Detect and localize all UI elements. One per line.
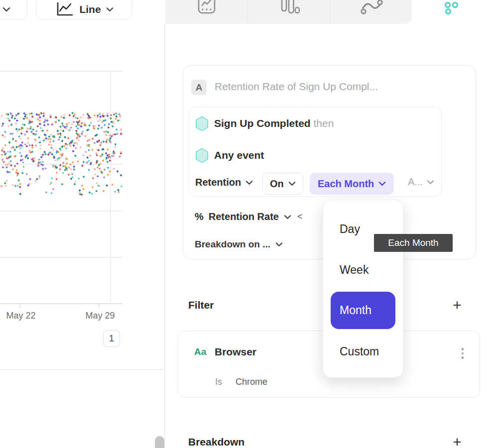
x-axis-tick-label: May 22 — [6, 311, 35, 321]
event-hexagon-icon — [195, 148, 209, 163]
chevron-down-icon — [275, 242, 283, 247]
measure-dropdown[interactable]: % Retention Rate < — [195, 211, 302, 223]
interval-dropdown[interactable]: Each Month — [310, 173, 394, 195]
step-born-event[interactable]: Sign Up Completed then — [214, 117, 334, 129]
chevron-down-icon — [427, 180, 434, 185]
chevron-down-icon — [106, 7, 114, 12]
overflow-label: A... — [408, 176, 423, 188]
x-axis-tick-label: May 29 — [85, 311, 115, 321]
add-filter-button[interactable]: + — [449, 297, 466, 314]
string-property-icon: Aa — [194, 346, 206, 357]
query-title-input[interactable]: Retention Rate of Sign Up Compl... — [215, 81, 378, 93]
app-screen: May 22May 29 1 Line — [0, 0, 489, 448]
pagination-page-button[interactable]: 1 — [103, 330, 120, 347]
panel-divider — [164, 24, 165, 448]
retention-type-dropdown[interactable]: Retention — [195, 177, 253, 188]
step-event-label: Sign Up Completed — [214, 117, 311, 129]
x-axis-labels: May 22May 29 — [0, 311, 165, 324]
tab-retention[interactable] — [437, 0, 465, 20]
filter-operator-dropdown[interactable]: Is — [215, 377, 222, 387]
overflow-dropdown[interactable]: A... — [408, 176, 434, 188]
chevron-down-icon — [378, 181, 386, 186]
chart-type-label: Line — [79, 3, 101, 15]
breakdown-section-heading: Breakdown — [188, 436, 244, 448]
on-label: On — [270, 178, 284, 190]
scrollbar-thumb[interactable] — [155, 436, 164, 448]
menu-item-month[interactable]: Month — [331, 292, 395, 329]
interval-label: Each Month — [318, 178, 374, 190]
chevron-down-icon — [288, 181, 296, 186]
retention-scatter-chart — [0, 0, 165, 448]
step-suffix-label: then — [314, 117, 334, 129]
retention-steps-card: Sign Up Completed then Any event Retenti… — [189, 107, 442, 197]
menu-item-week[interactable]: Week — [323, 255, 404, 285]
filter-section-heading: Filter — [188, 299, 214, 311]
filter-property-dropdown[interactable]: Browser — [215, 346, 256, 358]
menu-item-custom[interactable]: Custom — [323, 336, 404, 366]
on-dropdown[interactable]: On — [262, 173, 303, 195]
tab-insights[interactable] — [165, 0, 247, 24]
tab-funnels[interactable] — [248, 0, 330, 24]
stepper-left-arrow[interactable]: < — [297, 212, 303, 222]
interval-tooltip: Each Month — [374, 234, 453, 252]
step-return-event[interactable]: Any event — [214, 149, 264, 161]
interval-menu: Day Week Month Custom — [323, 200, 403, 378]
filter-more-menu-icon[interactable] — [457, 344, 468, 362]
collapsed-dropdown-button[interactable] — [0, 0, 27, 20]
flow-icon — [360, 0, 383, 17]
chart-type-button[interactable]: Line — [36, 0, 132, 20]
percent-symbol: % — [195, 211, 204, 223]
insights-chart-icon — [197, 0, 216, 15]
funnel-bars-icon — [279, 0, 300, 15]
chart-card-divider — [0, 369, 165, 370]
view-tab-bar — [165, 0, 412, 24]
chevron-down-icon — [2, 7, 10, 12]
line-chart-icon — [54, 1, 74, 17]
step-event-label: Any event — [214, 149, 264, 161]
retention-type-label: Retention — [195, 177, 241, 188]
chevron-down-icon — [284, 215, 291, 220]
filter-value-dropdown[interactable]: Chrome — [236, 377, 267, 387]
chevron-down-icon — [245, 180, 253, 185]
add-breakdown-button[interactable]: + — [449, 434, 466, 448]
measure-label: Retention Rate — [209, 211, 279, 223]
series-badge: A — [191, 80, 207, 95]
breakdown-on-dropdown[interactable]: Breakdown on ... — [195, 239, 283, 250]
retention-dots-icon — [442, 1, 459, 16]
breakdown-on-label: Breakdown on ... — [195, 239, 270, 250]
tab-flows[interactable] — [330, 0, 412, 24]
event-hexagon-icon — [195, 116, 209, 131]
